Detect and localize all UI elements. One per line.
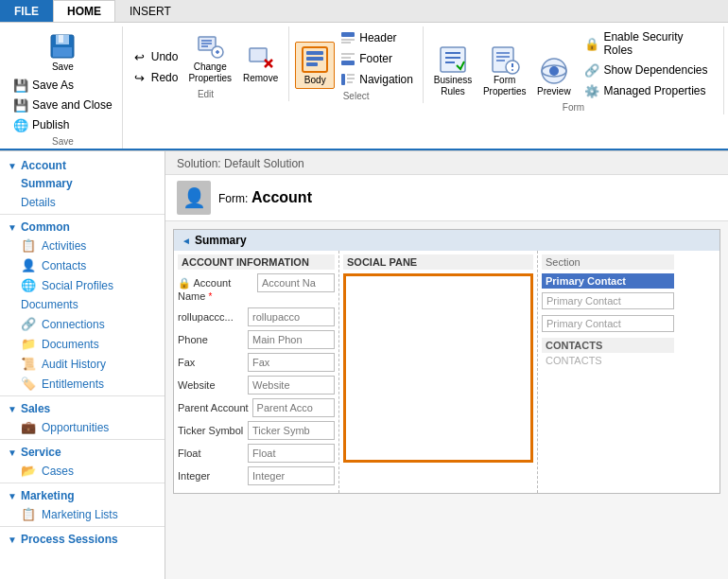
sidebar-item-summary[interactable]: Summary [0,174,165,193]
sidebar-section-account[interactable]: ▼ Account [0,155,165,174]
svg-rect-25 [347,74,355,76]
primary-contact-input2[interactable]: Primary Contact [542,315,674,332]
form-col-right: Section Primary Contact Primary Contact … [538,251,678,493]
tab-file[interactable]: FILE [0,0,53,22]
tab-home[interactable]: HOME [53,0,115,22]
input-phone[interactable] [248,330,335,349]
avatar: 👤 [177,181,211,215]
input-fax[interactable] [248,353,335,372]
save-sub-buttons: 💾 Save As 💾 Save and Close 🌐 Publish [9,76,116,134]
change-properties-button[interactable]: ChangeProperties [183,28,236,87]
sidebar-item-opportunities[interactable]: 💼 Opportunities [0,417,165,437]
body-icon [300,44,330,75]
remove-button[interactable]: Remove [238,40,283,87]
sidebar-item-documents-common[interactable]: Documents [0,295,165,314]
undo-icon: ↩ [132,49,147,64]
content-area: Solution: Default Solution 👤 Form: Accou… [165,151,728,579]
sidebar-item-social-profiles-label: Social Profiles [42,279,113,292]
svg-rect-2 [59,35,63,43]
form-canvas: ◄ Summary ACCOUNT INFORMATION 🔒 Account … [165,221,728,509]
sidebar-item-audit-history[interactable]: 📜 Audit History [0,354,165,374]
cases-icon: 📂 [21,464,36,478]
navigation-label: Navigation [359,73,413,86]
ribbon-tab-bar: FILE HOME INSERT [0,0,728,23]
sidebar-section-process-sessions[interactable]: ▼ Process Sessions [0,529,165,548]
redo-icon: ↪ [132,70,147,85]
save-as-label: Save As [32,79,74,92]
input-float[interactable] [248,444,335,463]
save-label: Save [52,61,74,73]
undo-button[interactable]: ↩ Undo [129,47,182,66]
body-button[interactable]: Body [295,42,335,89]
field-rollup: rollupaccc... [178,307,335,326]
section-header-label: Summary [195,234,247,247]
sidebar-item-social-profiles[interactable]: 🌐 Social Profiles [0,275,165,295]
marketing-lists-icon: 📋 [21,507,36,521]
redo-label: Redo [151,71,179,84]
primary-contact-label: Primary Contact [542,273,674,289]
section-header-summary: ◄ Summary [174,230,719,251]
svg-rect-24 [341,74,345,85]
primary-contact-input1[interactable]: Primary Contact [542,292,674,309]
sidebar-section-marketing-label: Marketing [21,489,75,502]
input-ticker-symbol[interactable] [248,421,335,440]
publish-icon: 🌐 [13,117,28,132]
show-dependencies-button[interactable]: 🔗 Show Dependencies [581,61,718,79]
audit-history-icon: 📜 [21,357,36,371]
svg-rect-19 [341,39,355,41]
svg-rect-17 [306,62,318,66]
documents2-icon: 📁 [21,337,36,351]
input-integer[interactable] [248,466,335,485]
svg-point-40 [549,66,559,76]
enable-security-button[interactable]: 🔒 Enable Security Roles [581,28,718,59]
header-icon [340,30,355,45]
navigation-button[interactable]: Navigation [337,70,417,89]
form-label: Form: [218,192,248,205]
save-as-button[interactable]: 💾 Save As [9,76,116,95]
form-properties-button[interactable]: FormProperties [478,42,530,100]
field-website: Website [178,376,335,395]
save-button[interactable]: Save [43,28,82,76]
footer-button[interactable]: Footer [337,49,417,68]
show-dependencies-label: Show Dependencies [603,63,707,77]
field-fax: Fax [178,353,335,372]
service-arrow-icon: ▼ [8,447,17,458]
preview-button[interactable]: Preview [532,53,575,100]
input-website[interactable] [248,376,335,395]
sidebar-section-sales[interactable]: ▼ Sales [0,398,165,417]
save-close-button[interactable]: 💾 Save and Close [9,96,116,114]
form-col-account-info: ACCOUNT INFORMATION 🔒 Account Name * [174,251,339,493]
sidebar-item-details[interactable]: Details [0,193,165,212]
managed-properties-button[interactable]: ⚙️ Managed Properties [581,81,718,100]
field-label-float: Float [178,444,244,460]
sidebar-section-marketing[interactable]: ▼ Marketing [0,485,165,504]
ribbon-group-form: BusinessRules FormP [424,26,724,114]
business-rules-button[interactable]: BusinessRules [429,42,477,100]
sidebar-item-connections[interactable]: 🔗 Connections [0,314,165,334]
sidebar-item-documents2[interactable]: 📁 Documents [0,334,165,354]
save-as-icon: 💾 [13,78,28,93]
input-rollup[interactable] [248,307,335,326]
tab-insert[interactable]: INSERT [115,0,185,22]
publish-button[interactable]: 🌐 Publish [9,115,116,134]
body-label: Body [304,75,326,86]
input-account-name[interactable] [257,273,335,292]
field-phone: Phone [178,330,335,349]
sidebar-item-marketing-lists[interactable]: 📋 Marketing Lists [0,504,165,524]
svg-rect-27 [347,81,353,83]
sidebar-section-service[interactable]: ▼ Service [0,442,165,461]
input-parent-account[interactable] [252,398,335,417]
form-name: Account [251,189,312,205]
svg-rect-16 [306,57,323,61]
sidebar-item-contacts[interactable]: 👤 Contacts [0,255,165,275]
sidebar-item-activities[interactable]: 📋 Activities [0,236,165,255]
svg-rect-3 [53,47,72,57]
ribbon-group-save: Save 💾 Save As 💾 Save and Close 🌐 Publis… [4,26,123,149]
sidebar-section-common[interactable]: ▼ Common [0,217,165,236]
sidebar-section-sales-label: Sales [21,402,50,415]
lock-icon: 🔒 [178,277,191,289]
sidebar-item-entitlements[interactable]: 🏷️ Entitlements [0,374,165,394]
header-button[interactable]: Header [337,28,417,47]
sidebar-item-cases[interactable]: 📂 Cases [0,461,165,481]
redo-button[interactable]: ↪ Redo [129,68,182,87]
